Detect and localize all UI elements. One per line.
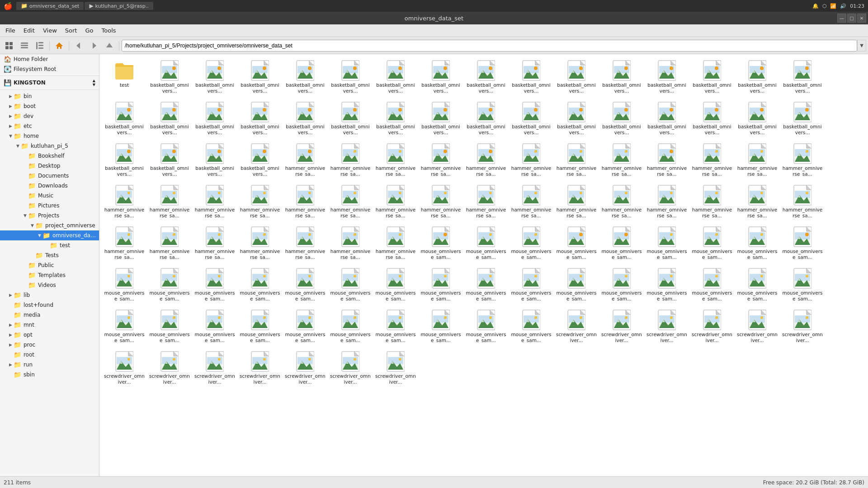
list-item[interactable]: basketball_omnivers... bbox=[238, 99, 282, 139]
list-item[interactable]: hammer_omniverse_sa... bbox=[283, 182, 327, 222]
list-item[interactable]: mouse_omniverse_sam... bbox=[690, 265, 734, 305]
menu-sort[interactable]: Sort bbox=[61, 26, 81, 35]
list-item[interactable]: mouse_omniverse_sam... bbox=[645, 265, 689, 305]
list-item[interactable]: hammer_omniverse_sa... bbox=[193, 182, 237, 222]
list-item[interactable]: mouse_omniverse_sam... bbox=[735, 223, 779, 264]
list-item[interactable]: mouse_omniverse_sam... bbox=[554, 223, 599, 264]
icon-view-button[interactable] bbox=[2, 39, 16, 52]
list-item[interactable]: hammer_omniverse_sa... bbox=[238, 182, 282, 222]
list-item[interactable]: hammer_omniverse_sa... bbox=[464, 182, 508, 222]
list-item[interactable]: mouse_omniverse_sam... bbox=[509, 265, 553, 305]
sidebar-item-desktop[interactable]: ▶ 📁 Desktop bbox=[0, 161, 99, 171]
sidebar-item-omniverse-data-set[interactable]: ▼ 📁 omniverse_data_set bbox=[0, 230, 99, 240]
sidebar-item-filesystem-root[interactable]: 💽 Filesystem Root bbox=[0, 64, 99, 74]
list-item[interactable]: mouse_omniverse_sam... bbox=[147, 265, 192, 305]
list-item[interactable]: basketball_omnivers... bbox=[464, 57, 508, 98]
list-item[interactable]: mouse_omniverse_sam... bbox=[780, 223, 825, 264]
up-button[interactable] bbox=[102, 39, 117, 52]
list-item[interactable]: mouse_omniverse_sam... bbox=[419, 223, 463, 264]
list-item[interactable]: basketball_omnivers... bbox=[238, 57, 282, 98]
list-item[interactable]: hammer_omniverse_sa... bbox=[419, 140, 463, 181]
sidebar-item-pictures[interactable]: ▶ 📁 Pictures bbox=[0, 201, 99, 211]
list-item[interactable]: screwdriver_omniver... bbox=[102, 348, 146, 389]
list-item[interactable]: hammer_omniverse_sa... bbox=[509, 182, 553, 222]
bell-icon[interactable]: 🔔 bbox=[812, 3, 819, 9]
list-item[interactable]: hammer_omniverse_sa... bbox=[599, 140, 644, 181]
compact-view-button[interactable] bbox=[33, 39, 47, 52]
list-item[interactable]: mouse_omniverse_sam... bbox=[238, 306, 282, 347]
list-item[interactable]: basketball_omnivers... bbox=[328, 99, 373, 139]
list-item[interactable]: mouse_omniverse_sam... bbox=[328, 306, 373, 347]
menu-edit[interactable]: Edit bbox=[20, 26, 38, 35]
sidebar-item-home[interactable]: ▼ 📁 home bbox=[0, 131, 99, 141]
sidebar-item-music[interactable]: ▶ 📁 Music bbox=[0, 191, 99, 201]
list-item[interactable]: basketball_omnivers... bbox=[419, 99, 463, 139]
sidebar-item-kingston[interactable]: 💾 KINGSTON ▲ ▼ bbox=[0, 77, 99, 88]
list-item[interactable]: basketball_omnivers... bbox=[735, 99, 779, 139]
sidebar-item-opt[interactable]: ▶ 📁 opt bbox=[0, 330, 99, 340]
list-item[interactable]: hammer_omniverse_sa... bbox=[645, 140, 689, 181]
sidebar-item-etc[interactable]: ▶ 📁 etc bbox=[0, 121, 99, 131]
list-item[interactable]: mouse_omniverse_sam... bbox=[554, 265, 599, 305]
list-item[interactable]: hammer_omniverse_sa... bbox=[328, 140, 373, 181]
list-item[interactable]: hammer_omniverse_sa... bbox=[464, 140, 508, 181]
list-item[interactable]: hammer_omniverse_sa... bbox=[690, 182, 734, 222]
list-item[interactable]: mouse_omniverse_sam... bbox=[102, 265, 146, 305]
list-item[interactable]: basketball_omnivers... bbox=[373, 57, 418, 98]
list-item[interactable]: basketball_omnivers... bbox=[193, 140, 237, 181]
menu-view[interactable]: View bbox=[39, 26, 61, 35]
list-item[interactable]: test bbox=[102, 57, 146, 98]
sidebar-item-run[interactable]: ▶ 📁 run bbox=[0, 360, 99, 370]
sidebar-item-tests[interactable]: ▶ 📁 Tests bbox=[0, 250, 99, 260]
list-item[interactable]: screwdriver_omniver... bbox=[645, 306, 689, 347]
list-item[interactable]: basketball_omnivers... bbox=[554, 57, 599, 98]
list-item[interactable]: mouse_omniverse_sam... bbox=[599, 223, 644, 264]
list-item[interactable]: hammer_omniverse_sa... bbox=[147, 223, 192, 264]
sidebar-item-test[interactable]: ▶ 📁 test bbox=[0, 240, 99, 250]
list-item[interactable]: hammer_omniverse_sa... bbox=[102, 223, 146, 264]
list-item[interactable]: basketball_omnivers... bbox=[283, 57, 327, 98]
list-item[interactable]: mouse_omniverse_sam... bbox=[328, 265, 373, 305]
list-item[interactable]: mouse_omniverse_sam... bbox=[509, 223, 553, 264]
sidebar-item-sbin[interactable]: ▶ 📁 sbin bbox=[0, 370, 99, 380]
list-item[interactable]: basketball_omnivers... bbox=[464, 99, 508, 139]
list-item[interactable]: mouse_omniverse_sam... bbox=[780, 265, 825, 305]
app-tab-terminal[interactable]: ▶ kutluhan_pi_5@rasp.. bbox=[85, 2, 153, 10]
sidebar-item-downloads[interactable]: ▶ 📁 Downloads bbox=[0, 181, 99, 191]
list-item[interactable]: hammer_omniverse_sa... bbox=[554, 140, 599, 181]
list-item[interactable]: hammer_omniverse_sa... bbox=[283, 223, 327, 264]
list-item[interactable]: basketball_omnivers... bbox=[193, 99, 237, 139]
list-item[interactable]: screwdriver_omniver... bbox=[780, 306, 825, 347]
list-item[interactable]: basketball_omnivers... bbox=[283, 99, 327, 139]
list-item[interactable]: screwdriver_omniver... bbox=[735, 306, 779, 347]
list-item[interactable]: hammer_omniverse_sa... bbox=[645, 182, 689, 222]
sidebar-item-templates[interactable]: ▶ 📁 Templates bbox=[0, 270, 99, 280]
list-item[interactable]: mouse_omniverse_sam... bbox=[193, 265, 237, 305]
list-item[interactable]: basketball_omnivers... bbox=[147, 140, 192, 181]
app-tab-fileman[interactable]: 📁 omniverse_data_set bbox=[16, 2, 84, 10]
list-item[interactable]: basketball_omnivers... bbox=[147, 57, 192, 98]
list-item[interactable]: hammer_omniverse_sa... bbox=[690, 140, 734, 181]
list-item[interactable]: screwdriver_omniver... bbox=[283, 348, 327, 389]
sidebar-item-lib[interactable]: ▶ 📁 lib bbox=[0, 290, 99, 300]
maximize-button[interactable]: □ bbox=[847, 14, 856, 23]
list-item[interactable]: mouse_omniverse_sam... bbox=[735, 265, 779, 305]
list-item[interactable]: basketball_omnivers... bbox=[599, 57, 644, 98]
list-item[interactable]: basketball_omnivers... bbox=[645, 99, 689, 139]
sidebar-item-bin[interactable]: ▶ 📁 bin bbox=[0, 91, 99, 101]
sidebar-item-lostfound[interactable]: ▶ 📁 lost+found bbox=[0, 300, 99, 310]
bluetooth-icon[interactable]: ⬡ bbox=[822, 3, 827, 9]
list-item[interactable]: basketball_omnivers... bbox=[328, 57, 373, 98]
list-item[interactable]: basketball_omnivers... bbox=[780, 57, 825, 98]
list-item[interactable]: screwdriver_omniver... bbox=[690, 306, 734, 347]
list-item[interactable]: basketball_omnivers... bbox=[147, 99, 192, 139]
sidebar-item-documents[interactable]: ▶ 📁 Documents bbox=[0, 171, 99, 181]
list-item[interactable]: hammer_omniverse_sa... bbox=[147, 182, 192, 222]
list-item[interactable]: mouse_omniverse_sam... bbox=[238, 265, 282, 305]
sidebar-item-proc[interactable]: ▶ 📁 proc bbox=[0, 340, 99, 350]
menu-file[interactable]: File bbox=[2, 26, 19, 35]
list-item[interactable]: screwdriver_omniver... bbox=[373, 348, 418, 389]
list-item[interactable]: mouse_omniverse_sam... bbox=[373, 265, 418, 305]
list-item[interactable]: mouse_omniverse_sam... bbox=[102, 306, 146, 347]
sidebar-item-videos[interactable]: ▶ 📁 Videos bbox=[0, 280, 99, 290]
